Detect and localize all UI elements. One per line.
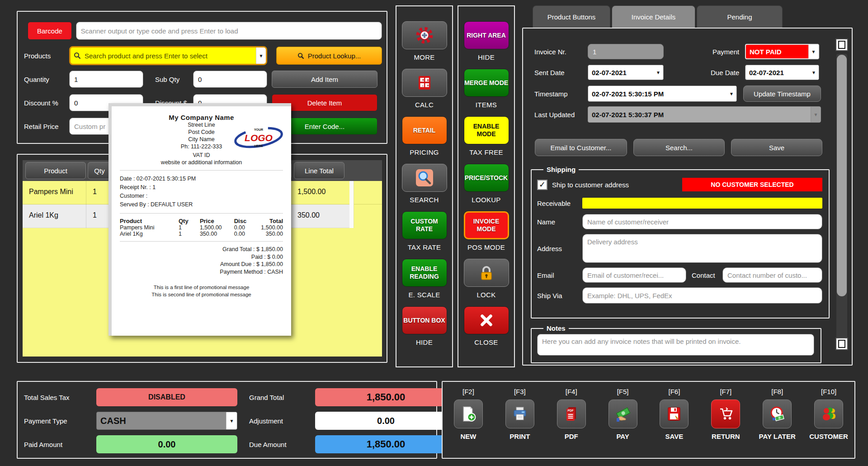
fkey-f10: [F10] [821,388,836,395]
save-button[interactable] [660,399,689,428]
print-button[interactable] [505,399,534,428]
pay-later-label: PAY LATER [759,433,796,440]
products-label: Products [24,52,69,60]
close-button[interactable] [464,306,509,334]
button-box-button[interactable]: BUTTON BOX [402,306,447,334]
search-mode-button[interactable] [402,164,447,192]
custom-rate-button[interactable]: CUSTOM RATE [402,211,447,239]
receiver-contact-input[interactable] [722,267,822,283]
scrollbar-thumb[interactable] [837,55,847,296]
tab-invoice-details[interactable]: Invoice Details [612,5,695,28]
product-lookup-button[interactable]: Product Lookup... [276,47,382,65]
barcode-button[interactable]: Barcode [28,22,72,40]
receipt-info: website or additional information [120,159,283,166]
receipt-col-price: Price [200,218,234,224]
invoice-mode-button[interactable]: INVOICE MODE [464,211,509,239]
scrollbar-track[interactable] [836,54,847,347]
scroll-top-button[interactable] [835,38,848,51]
svg-text:LOGO: LOGO [245,133,273,143]
invoice-nr-label: Invoice Nr. [534,48,588,56]
update-timestamp-button[interactable]: Update Timestamp [743,86,821,102]
ship-to-customer-checkbox[interactable]: ✓ [537,180,547,190]
pay-cash-icon [614,405,632,423]
receipt-vat: VAT ID [120,152,283,159]
address-label: Address [537,245,582,252]
pay-button[interactable] [609,399,637,428]
retail-pricing-button[interactable]: RETAIL [402,116,447,144]
calc-label: CALC [415,101,434,109]
timestamp-combo[interactable]: 02-07-2021 5:30:15 PM ▼ [588,86,737,102]
receipt-served-by: Served By : DEFAULT USER [120,200,283,209]
due-amount-value: 1,850.00 [315,435,457,453]
pay-later-button[interactable] [763,399,792,428]
name-label: Name [537,218,582,226]
return-button[interactable] [711,399,740,428]
cell-qty: 1 [93,188,97,196]
shipping-section: Shipping ✓ Ship to customer address NO C… [531,166,830,319]
more-button[interactable] [402,21,447,49]
fkey-f2: [F2] [462,388,474,395]
tab-product-buttons[interactable]: Product Buttons [533,5,610,28]
column-divider [86,181,86,228]
pdf-button[interactable]: PDF [557,399,586,428]
delivery-address-input[interactable] [582,234,822,263]
receipt-col-disc: Disc [234,218,255,224]
table-header-product[interactable]: Product [25,162,86,179]
printer-icon [511,405,529,423]
ship-via-input[interactable] [582,287,822,304]
payment-status-combo[interactable]: NOT PAID ▼ [745,44,819,59]
table-header-qty[interactable]: Qty [88,162,111,179]
receipt-company: My Company Name [120,114,283,121]
customer-button[interactable] [814,399,843,428]
dropdown-arrow-icon[interactable]: ▼ [653,65,663,80]
company-logo: YOUR LOGO HERE [233,124,284,151]
barcode-input[interactable] [76,22,382,40]
grand-total-label: Grand Total [243,394,310,401]
due-date-combo[interactable]: 02-07-2021 ▼ [745,65,819,80]
receiver-email-input[interactable] [582,267,686,283]
no-customer-banner: NO CUSTOMER SELECTED [682,178,822,191]
svg-text:HERE: HERE [254,144,263,147]
sent-date-combo[interactable]: 02-07-2021 ▼ [588,65,664,80]
email-to-customer-button[interactable]: Email to Customer... [535,139,627,156]
return-label: RETURN [712,433,740,440]
price-stock-button[interactable]: PRICE/STOCK [464,164,509,192]
adjustment-value[interactable]: 0.00 [315,412,457,430]
scroll-bottom-button[interactable] [835,338,848,350]
hide-label: HIDE [416,338,433,346]
customer-label: CUSTOMER [809,433,848,440]
fkey-f7: [F7] [720,388,731,395]
tab-pending[interactable]: Pending [697,5,783,28]
invoice-save-button[interactable]: Save [731,139,822,156]
pay-label: PAY [616,433,629,440]
dropdown-arrow-icon[interactable]: ▼ [256,48,266,64]
lock-button[interactable] [464,259,509,287]
receiver-name-input[interactable] [582,214,822,229]
enable-reading-button[interactable]: ENABLE READING [402,259,447,287]
invoice-notes-input[interactable] [537,334,814,356]
new-button[interactable] [454,399,483,428]
subqty-input[interactable] [193,71,267,88]
payment-type-combo[interactable]: CASH ▼ [96,412,237,430]
add-item-button[interactable]: Add Item [272,71,377,88]
svg-text:PDF: PDF [567,409,573,412]
dropdown-arrow-icon[interactable]: ▼ [226,412,237,429]
table-header-line-total[interactable]: Line Total [294,162,344,179]
enable-mode-button[interactable]: ENABLE MODE [464,116,509,144]
product-search-combo[interactable]: Search product and press Enter to select… [69,46,267,65]
lock-label: LOCK [476,291,495,299]
payment-type-label: Payment Type [24,417,91,425]
receivable-field[interactable] [582,198,822,209]
receipt-grand-total: Grand Total : $ 1,850.00 [120,246,283,253]
dropdown-arrow-icon[interactable]: ▼ [726,86,736,101]
invoice-search-button[interactable]: Search... [633,139,725,156]
merge-mode-button[interactable]: MERGE MODE [464,69,509,97]
dropdown-arrow-icon[interactable]: ▼ [809,65,819,80]
dropdown-arrow-icon[interactable]: ▼ [808,45,818,58]
calc-button[interactable]: + x - ÷ [402,69,447,97]
right-area-button[interactable]: RIGHT AREA [464,21,509,49]
pos-mode-label: POS MODE [467,243,505,251]
fkey-f8: [F8] [771,388,783,395]
quantity-input[interactable] [69,71,143,88]
cell-product: Pampers Mini [29,188,73,196]
